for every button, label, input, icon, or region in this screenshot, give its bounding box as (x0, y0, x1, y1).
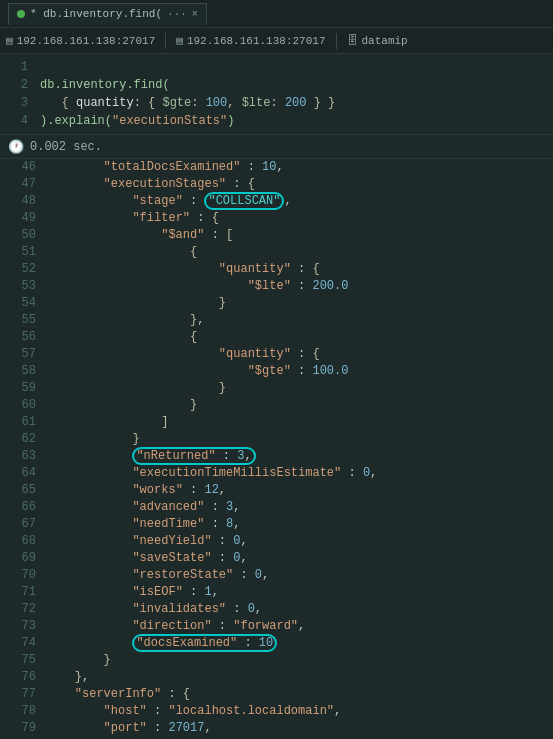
query-line-2: 2 db.inventory.find( (0, 76, 553, 94)
active-tab[interactable]: * db.inventory.find( ··· × (8, 3, 207, 25)
toolbar-separator-1 (165, 33, 166, 49)
result-line-65: 65 "works" : 12, (0, 482, 553, 499)
result-line-68: 68 "needYield" : 0, (0, 533, 553, 550)
query-line-1: 1 (0, 58, 553, 76)
server2-label: 192.168.161.138:27017 (187, 35, 326, 47)
tab-ellipsis: ··· (167, 8, 187, 20)
result-line-48: 48 "stage" : "COLLSCAN", (0, 193, 553, 210)
result-line-79: 79 "port" : 27017, (0, 720, 553, 737)
result-line-50: 50 "$and" : [ (0, 227, 553, 244)
tab-label: * db.inventory.find( (30, 8, 162, 20)
result-line-54: 54 } (0, 295, 553, 312)
title-bar: * db.inventory.find( ··· × (0, 0, 553, 28)
result-line-66: 66 "advanced" : 3, (0, 499, 553, 516)
db-item: 🗄 datamip (347, 34, 408, 47)
result-line-72: 72 "invalidates" : 0, (0, 601, 553, 618)
server2-item: ▤ 192.168.161.138:27017 (176, 34, 325, 47)
result-line-57: 57 "quantity" : { (0, 346, 553, 363)
result-line-51: 51 { (0, 244, 553, 261)
result-line-61: 61 ] (0, 414, 553, 431)
result-line-70: 70 "restoreState" : 0, (0, 567, 553, 584)
result-line-58: 58 "$gte" : 100.0 (0, 363, 553, 380)
result-line-49: 49 "filter" : { (0, 210, 553, 227)
server1-label: 192.168.161.138:27017 (17, 35, 156, 47)
close-icon[interactable]: × (192, 9, 198, 20)
result-line-77: 77 "serverInfo" : { (0, 686, 553, 703)
result-line-75: 75 } (0, 652, 553, 669)
timer-bar: 🕐 0.002 sec. (0, 135, 553, 159)
result-line-78: 78 "host" : "localhost.localdomain", (0, 703, 553, 720)
tab-dot (17, 10, 25, 18)
server1-item: ▤ 192.168.161.138:27017 (6, 34, 155, 47)
result-line-47: 47 "executionStages" : { (0, 176, 553, 193)
result-line-73: 73 "direction" : "forward", (0, 618, 553, 635)
query-editor[interactable]: 1 2 db.inventory.find( 3 { quantity: { $… (0, 54, 553, 135)
result-line-62: 62 } (0, 431, 553, 448)
query-line-4: 4 ).explain("executionStats") (0, 112, 553, 130)
db-icon: 🗄 (347, 34, 358, 47)
result-line-76: 76 }, (0, 669, 553, 686)
result-line-69: 69 "saveState" : 0, (0, 550, 553, 567)
server2-icon: ▤ (176, 34, 183, 47)
result-line-63: 63 "nReturned" : 3, (0, 448, 553, 465)
timer-value: 0.002 sec. (30, 140, 102, 154)
result-line-74: 74 "docsExamined" : 10 (0, 635, 553, 652)
result-line-67: 67 "needTime" : 8, (0, 516, 553, 533)
result-line-56: 56 { (0, 329, 553, 346)
server1-icon: ▤ (6, 34, 13, 47)
toolbar-separator-2 (336, 33, 337, 49)
result-line-55: 55 }, (0, 312, 553, 329)
query-line-3: 3 { quantity: { $gte: 100, $lte: 200 } } (0, 94, 553, 112)
result-line-52: 52 "quantity" : { (0, 261, 553, 278)
toolbar: ▤ 192.168.161.138:27017 ▤ 192.168.161.13… (0, 28, 553, 54)
result-line-59: 59 } (0, 380, 553, 397)
result-line-53: 53 "$lte" : 200.0 (0, 278, 553, 295)
result-line-46: 46 "totalDocsExamined" : 10, (0, 159, 553, 176)
result-line-64: 64 "executionTimeMillisEstimate" : 0, (0, 465, 553, 482)
clock-icon: 🕐 (8, 139, 24, 155)
db-label: datamip (362, 35, 408, 47)
result-area[interactable]: 46 "totalDocsExamined" : 10, 47 "executi… (0, 159, 553, 739)
result-line-71: 71 "isEOF" : 1, (0, 584, 553, 601)
result-line-60: 60 } (0, 397, 553, 414)
